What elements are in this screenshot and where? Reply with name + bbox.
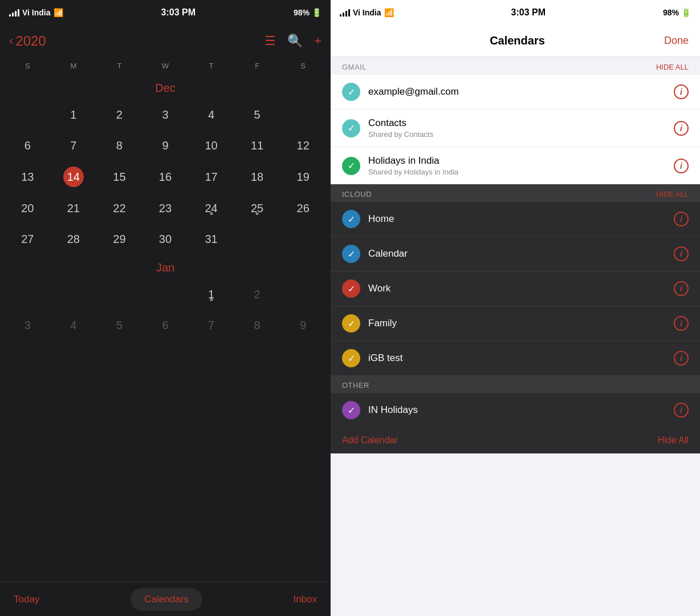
gmail-email-info-icon[interactable]: i <box>674 84 689 99</box>
cal-day[interactable]: 2 <box>234 279 280 310</box>
right-status-carrier: Vi India 📶 <box>340 8 394 17</box>
cal-day[interactable] <box>5 99 51 130</box>
cal-day[interactable]: 28 <box>51 224 97 254</box>
signal-bar-1 <box>9 14 11 17</box>
cal-day[interactable]: 19 <box>280 161 326 193</box>
icloud-family-label: Family <box>368 318 674 329</box>
cal-day[interactable]: 1 <box>188 279 234 310</box>
gmail-holidays-label: Holidays in India <box>368 155 674 167</box>
gmail-contacts-info-icon[interactable]: i <box>674 121 689 136</box>
cal-day[interactable]: 9 <box>280 310 326 341</box>
other-section-title: OTHER <box>342 381 369 390</box>
other-section-header: OTHER <box>331 375 700 393</box>
cal-day[interactable]: 17 <box>188 161 234 193</box>
cal-day[interactable]: 23 <box>143 193 189 224</box>
cal-day[interactable]: 31 <box>188 224 234 254</box>
gmail-hide-all-button[interactable]: HIDE ALL <box>656 63 689 71</box>
cal-day[interactable]: 9 <box>143 130 189 161</box>
cal-day[interactable]: 5 <box>234 99 280 130</box>
cal-day[interactable]: 1 <box>51 99 97 130</box>
add-event-icon[interactable]: + <box>314 34 321 48</box>
add-calendar-button[interactable]: Add Calendar <box>342 435 398 445</box>
cal-day[interactable] <box>280 99 326 130</box>
cal-day[interactable]: 21 <box>51 193 97 224</box>
cal-day[interactable]: 4 <box>188 99 234 130</box>
other-item-holidays[interactable]: ✓ IN Holidays i <box>331 393 700 427</box>
cal-day[interactable]: 5 <box>96 310 143 341</box>
cal-day[interactable]: 3 <box>143 99 189 130</box>
signal-bars <box>9 9 19 17</box>
cal-day[interactable]: 24 <box>188 193 234 224</box>
hide-all-button[interactable]: Hide All <box>658 435 689 445</box>
cal-day[interactable]: 22 <box>96 193 143 224</box>
today-button[interactable]: Today <box>14 594 39 605</box>
icloud-hide-all-button[interactable]: HIDE ALL <box>656 190 689 198</box>
icloud-item-home[interactable]: ✓ Home i <box>331 202 700 237</box>
icloud-work-info-icon[interactable]: i <box>674 281 689 296</box>
icloud-home-info-icon[interactable]: i <box>674 212 689 226</box>
icloud-calendar-info-icon[interactable]: i <box>674 246 689 261</box>
cal-day[interactable]: 10 <box>188 130 234 161</box>
icloud-calendar-check[interactable]: ✓ <box>342 245 360 263</box>
cal-day[interactable]: 4 <box>51 310 97 341</box>
gmail-holidays-check[interactable]: ✓ <box>342 157 360 175</box>
cal-day-today[interactable]: 14 <box>51 161 97 193</box>
icloud-item-work[interactable]: ✓ Work i <box>331 271 700 306</box>
cal-day[interactable]: 18 <box>234 161 280 193</box>
inbox-button[interactable]: Inbox <box>293 594 317 605</box>
gmail-contacts-label: Contacts <box>368 117 674 129</box>
icloud-section: ✓ Home i ✓ Calendar i ✓ Work i ✓ Famil <box>331 202 700 375</box>
cal-day[interactable]: 6 <box>5 130 51 161</box>
search-icon[interactable]: 🔍 <box>287 34 303 48</box>
calendar-year: 2020 <box>15 33 46 49</box>
icloud-calendar-text: Calendar <box>368 248 674 260</box>
gmail-email-check[interactable]: ✓ <box>342 83 360 101</box>
left-time: 3:03 PM <box>161 7 196 18</box>
icloud-family-info-icon[interactable]: i <box>674 316 689 331</box>
icloud-work-text: Work <box>368 283 674 294</box>
gmail-holidays-info-icon[interactable]: i <box>674 159 689 173</box>
cal-day[interactable]: 11 <box>234 130 280 161</box>
gmail-item-email[interactable]: ✓ example@gmail.com i <box>331 75 700 110</box>
icloud-igbtest-info-icon[interactable]: i <box>674 351 689 366</box>
cal-day[interactable]: 7 <box>51 130 97 161</box>
icloud-item-calendar[interactable]: ✓ Calendar i <box>331 237 700 271</box>
cal-day <box>96 279 143 310</box>
icloud-family-check[interactable]: ✓ <box>342 314 360 333</box>
cal-day[interactable]: 30 <box>143 224 189 254</box>
icloud-work-check[interactable]: ✓ <box>342 279 360 298</box>
list-view-icon[interactable]: ☰ <box>264 34 276 48</box>
cal-day[interactable]: 6 <box>143 310 189 341</box>
icloud-home-check[interactable]: ✓ <box>342 210 360 228</box>
cal-day[interactable]: 20 <box>5 193 51 224</box>
cal-day[interactable]: 29 <box>96 224 143 254</box>
cal-day[interactable]: 2 <box>96 99 143 130</box>
done-button[interactable]: Done <box>664 35 689 47</box>
cal-day[interactable]: 15 <box>96 161 143 193</box>
gmail-section-header: GMAIL HIDE ALL <box>331 57 700 75</box>
cal-day[interactable]: 8 <box>234 310 280 341</box>
calendar-header: ‹ 2020 ☰ 🔍 + <box>0 25 331 57</box>
gmail-item-contacts[interactable]: ✓ Contacts Shared by Contacts i <box>331 110 700 147</box>
gmail-contacts-check[interactable]: ✓ <box>342 119 360 137</box>
back-arrow-icon[interactable]: ‹ <box>9 34 13 48</box>
icloud-item-igbtest[interactable]: ✓ iGB test i <box>331 341 700 375</box>
cal-day[interactable]: 26 <box>280 193 326 224</box>
cal-day[interactable]: 8 <box>96 130 143 161</box>
signal-bar-2 <box>343 13 344 17</box>
gmail-email-label: example@gmail.com <box>368 86 674 98</box>
cal-day[interactable]: 3 <box>5 310 51 341</box>
cal-day[interactable]: 27 <box>5 224 51 254</box>
cal-day[interactable]: 25 <box>234 193 280 224</box>
icloud-item-family[interactable]: ✓ Family i <box>331 306 700 341</box>
other-holidays-check[interactable]: ✓ <box>342 401 360 419</box>
calendars-button[interactable]: Calendars <box>131 588 202 611</box>
other-holidays-info-icon[interactable]: i <box>674 403 689 418</box>
calendar-year-nav[interactable]: ‹ 2020 <box>9 33 46 49</box>
gmail-item-holidays[interactable]: ✓ Holidays in India Shared by Holidays i… <box>331 147 700 184</box>
cal-day[interactable]: 7 <box>188 310 234 341</box>
cal-day[interactable]: 13 <box>5 161 51 193</box>
cal-day[interactable]: 16 <box>143 161 189 193</box>
cal-day[interactable]: 12 <box>280 130 326 161</box>
icloud-igbtest-check[interactable]: ✓ <box>342 349 360 367</box>
